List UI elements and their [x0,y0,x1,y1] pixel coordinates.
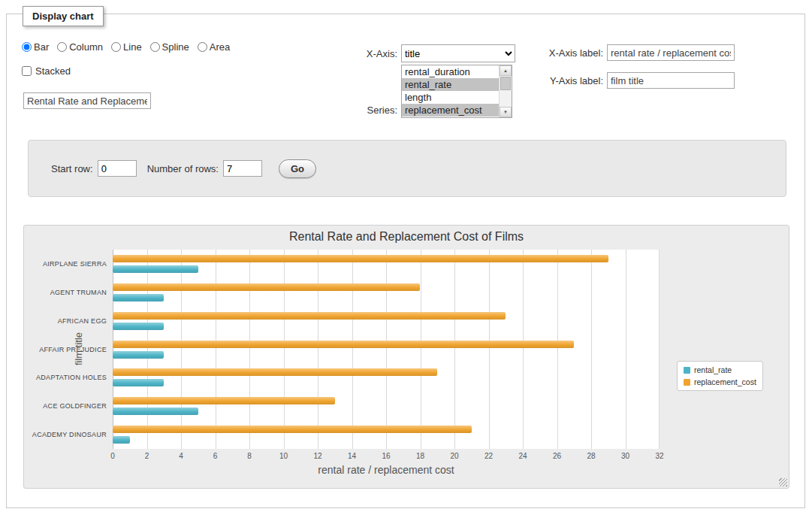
bar-rental_rate [113,294,164,301]
chart-type-radio-input-bar[interactable] [22,42,32,52]
y-axis-label-label: Y-Axis label: [524,75,603,86]
category-label: AIRPLANE SIERRA [24,260,107,268]
legend-item-rental_rate[interactable]: rental_rate [684,365,756,374]
legend-item-replacement_cost[interactable]: replacement_cost [684,377,756,386]
gridline [591,250,592,449]
bar-rental_rate [113,379,164,386]
x-tick-label: 20 [450,452,458,460]
number-of-rows-input[interactable] [223,160,262,177]
chart-title: Rental Rate and Replacement Cost of Film… [24,230,789,244]
chart-title-input[interactable] [23,92,151,109]
x-tick-label: 2 [145,452,149,460]
stacked-checkbox-row[interactable]: Stacked [22,65,71,77]
legend-swatch-icon [684,367,690,374]
chart-type-radio-label: Spline [162,41,189,53]
bar-replacement_cost [113,255,608,262]
legend-label: replacement_cost [694,377,756,386]
x-tick-label: 14 [348,452,356,460]
bar-replacement_cost [113,312,506,320]
chart-type-radio-line[interactable]: Line [111,41,142,53]
x-tick-label: 0 [110,452,115,460]
series-option-rental_duration[interactable]: rental_duration [402,65,499,78]
x-tick-label: 30 [621,452,629,460]
gridline [523,250,524,449]
chart-type-radio-label: Area [210,41,230,53]
gridline [284,250,285,449]
x-tick-label: 24 [518,452,527,460]
chart-type-radio-column[interactable]: Column [57,41,103,53]
series-option-length[interactable]: length [402,91,499,104]
resize-handle-icon[interactable] [779,478,787,486]
number-of-rows-label: Number of rows: [147,163,219,174]
x-tick-label: 6 [213,452,218,460]
stacked-label: Stacked [35,65,71,77]
category-label: AFRICAN EGG [24,317,107,325]
x-tick-label: 22 [484,452,493,460]
scrollbar[interactable]: ▲ ▼ [499,65,512,117]
gridline [421,250,421,449]
bar-rental_rate [113,436,130,444]
bar-rental_rate [113,407,198,415]
gridline [318,250,318,449]
chart-x-axis-title: rental rate / replacement cost [113,464,660,476]
chart-type-radio-bar[interactable]: Bar [22,41,49,53]
chart-type-radio-label: Column [69,41,103,53]
bar-rental_rate [113,351,164,359]
bar-replacement_cost [113,397,335,404]
stacked-checkbox[interactable] [22,66,32,76]
gridline [626,250,626,449]
bar-rental_rate [113,265,198,273]
scrollbar-track[interactable] [500,91,512,107]
chart-type-radio-input-spline[interactable] [150,42,160,52]
gridline [181,250,182,449]
x-tick-label: 12 [313,452,321,460]
category-label: ACE GOLDFINGER [24,402,107,410]
scroll-down-icon[interactable]: ▼ [500,107,512,117]
x-tick-label: 4 [179,452,183,460]
y-axis-label-input[interactable] [607,72,735,89]
bar-replacement_cost [113,368,437,376]
chart-type-radio-input-line[interactable] [111,42,121,52]
gridline [147,250,148,449]
bar-replacement_cost [113,426,472,433]
series-select-label: Series: [322,105,397,116]
series-option-rental_rate[interactable]: rental_rate [402,78,499,91]
row-controls-panel: Start row: Number of rows: Go [28,140,786,197]
chart-type-radio-area[interactable]: Area [198,41,230,53]
bar-rental_rate [113,323,164,330]
chart-type-radio-input-area[interactable] [198,42,207,52]
gridline [216,250,216,449]
start-row-input[interactable] [98,160,137,177]
gridline [659,250,660,449]
page: Display chart BarColumnLineSplineArea St… [0,0,812,512]
chart-legend: rental_ratereplacement_cost [677,361,763,391]
series-options: rental_durationrental_ratelengthreplacem… [402,65,499,117]
x-tick-label: 10 [279,452,288,460]
scrollbar-thumb[interactable] [500,77,511,90]
x-axis-select[interactable]: title [401,44,515,62]
x-tick-label: 32 [655,452,663,460]
chart-type-radio-label: Line [123,41,142,53]
x-axis-label-input[interactable] [607,44,735,61]
start-row-label: Start row: [51,163,93,174]
legend-swatch-icon [684,379,690,386]
chart-type-radio-input-column[interactable] [57,42,67,52]
x-tick-label: 18 [416,452,424,460]
chart-type-radio-spline[interactable]: Spline [150,41,189,53]
x-tick-label: 28 [587,452,595,460]
plot-area [113,250,660,449]
x-tick-label: 8 [247,452,252,460]
series-multiselect[interactable]: rental_durationrental_ratelengthreplacem… [401,65,512,118]
x-tick-label: 26 [553,452,561,460]
category-label: ADAPTATION HOLES [24,374,107,381]
series-option-replacement_cost[interactable]: replacement_cost [402,104,499,117]
scroll-up-icon[interactable]: ▲ [500,65,512,76]
gridline [352,250,353,449]
gridline [113,250,113,449]
go-button[interactable]: Go [279,159,316,178]
chart-container: Rental Rate and Replacement Cost of Film… [23,225,789,489]
chart-type-radio-group: BarColumnLineSplineArea [22,41,230,53]
x-axis-label-label: X-Axis label: [524,47,603,59]
x-axis-select-label: X-Axis: [322,48,397,59]
gridline [249,250,250,449]
